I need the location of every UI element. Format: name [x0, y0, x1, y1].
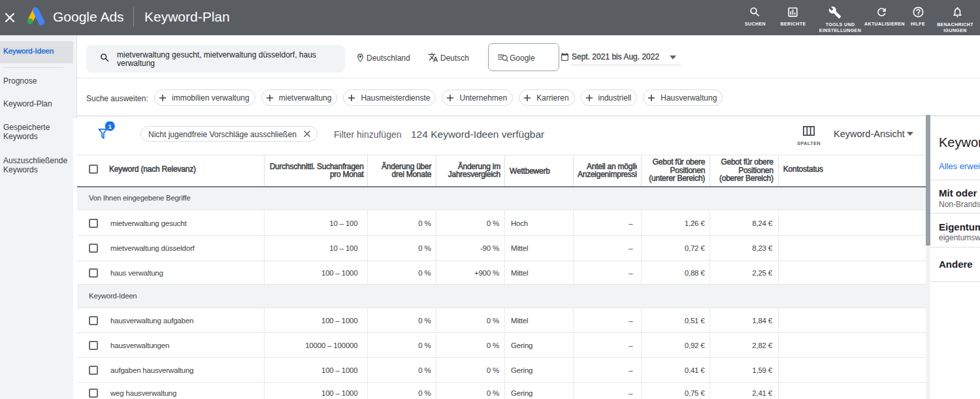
- svg-text:1: 1: [108, 122, 112, 129]
